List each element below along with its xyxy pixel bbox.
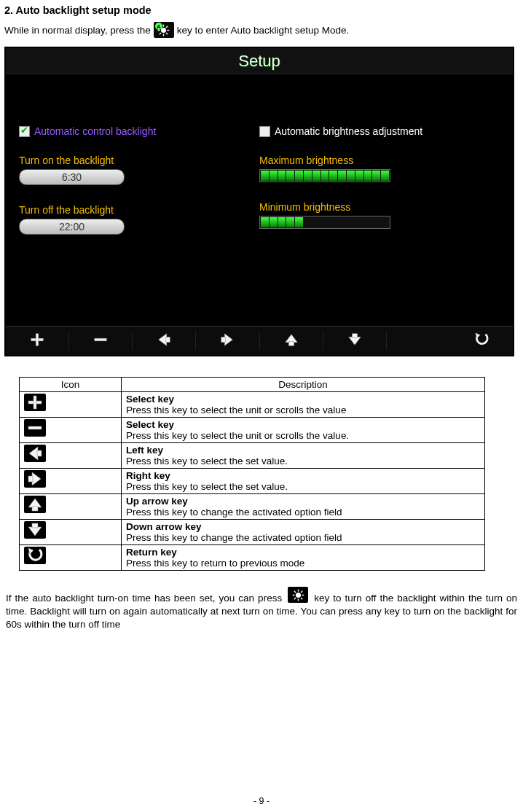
auto-brightness-adjustment-option[interactable]: Automatic brightness adjustment bbox=[259, 125, 500, 137]
intro-text-pre: While in normal display, press the bbox=[4, 25, 151, 36]
toolbar-return-button[interactable] bbox=[450, 332, 513, 350]
icon-cell bbox=[20, 469, 122, 494]
icon-description-table: Icon Description Select keyPress this ke… bbox=[19, 377, 485, 571]
description-cell: Return keyPress this key to return to pr… bbox=[122, 545, 485, 571]
key-description: Press this key to change the activated o… bbox=[126, 507, 480, 518]
key-description: Press this key to select the unit or scr… bbox=[126, 405, 480, 415]
icon-cell bbox=[20, 520, 122, 545]
table-row: Select keyPress this key to select the u… bbox=[20, 418, 485, 443]
left-icon bbox=[24, 445, 46, 462]
key-name: Left key bbox=[126, 445, 480, 456]
turn-off-backlight-label: Turn off the backlight bbox=[19, 204, 259, 216]
auto-control-backlight-option[interactable]: Automatic control backlight bbox=[19, 125, 259, 137]
icon-cell bbox=[20, 443, 122, 469]
down-icon bbox=[347, 332, 363, 350]
description-cell: Select keyPress this key to select the u… bbox=[122, 392, 485, 418]
minus-icon bbox=[24, 419, 46, 437]
right-icon bbox=[24, 470, 46, 488]
minimum-brightness-label: Minimum brightness bbox=[259, 201, 500, 213]
turn-off-backlight-field[interactable]: 22:00 bbox=[19, 219, 125, 235]
plus-icon bbox=[29, 332, 45, 350]
section-heading: 2. Auto backlight setup mode bbox=[4, 4, 519, 16]
key-name: Right key bbox=[126, 470, 480, 481]
toolbar-left-button[interactable] bbox=[133, 332, 196, 350]
maximum-brightness-bar[interactable] bbox=[259, 169, 390, 182]
minimum-brightness-bar[interactable] bbox=[259, 216, 390, 229]
description-cell: Right keyPress this key to select the se… bbox=[122, 469, 485, 494]
device-setup-screen: Setup Automatic control backlight Turn o… bbox=[4, 47, 514, 356]
key-description: Press this key to select the set value. bbox=[126, 456, 480, 466]
icon-cell bbox=[20, 545, 122, 571]
icon-cell bbox=[20, 418, 122, 443]
key-description: Press this key to select the unit or scr… bbox=[126, 430, 480, 441]
checkbox-unchecked-icon[interactable] bbox=[259, 126, 270, 137]
table-row: Down arrow keyPress this key to change t… bbox=[20, 520, 485, 545]
table-row: Right keyPress this key to select the se… bbox=[20, 469, 485, 494]
key-name: Down arrow key bbox=[126, 521, 480, 532]
down-icon bbox=[24, 521, 46, 539]
description-cell: Left keyPress this key to select the set… bbox=[122, 443, 485, 469]
auto-brightness-adjustment-label: Automatic brightness adjustment bbox=[275, 125, 422, 137]
intro-line: While in normal display, press the A key… bbox=[4, 22, 519, 38]
icon-cell bbox=[20, 392, 122, 418]
toolbar-up-button[interactable] bbox=[260, 332, 323, 350]
table-row: Select keyPress this key to select the u… bbox=[20, 392, 485, 418]
toolbar-down-button[interactable] bbox=[323, 332, 387, 350]
return-icon bbox=[473, 332, 489, 350]
intro-text-post: key to enter Auto backlight setup Mode. bbox=[177, 25, 349, 36]
turn-on-backlight-label: Turn on the backlight bbox=[19, 155, 259, 166]
key-description: Press this key to select the set value. bbox=[126, 481, 480, 492]
table-header-icon: Icon bbox=[20, 378, 122, 392]
auto-control-backlight-label: Automatic control backlight bbox=[34, 125, 156, 137]
device-toolbar bbox=[6, 326, 513, 355]
up-icon bbox=[24, 496, 46, 513]
setup-titlebar: Setup bbox=[6, 48, 513, 74]
key-name: Up arrow key bbox=[126, 496, 480, 507]
table-row: Up arrow keyPress this key to change the… bbox=[20, 494, 485, 520]
closing-paragraph: If the auto backlight turn-on time has b… bbox=[6, 587, 517, 631]
brightness-key-icon bbox=[288, 587, 308, 603]
plus-icon bbox=[24, 394, 46, 411]
toolbar-right-button[interactable] bbox=[196, 332, 259, 350]
description-cell: Up arrow keyPress this key to change the… bbox=[122, 494, 485, 520]
key-description: Press this key to return to previous mod… bbox=[126, 558, 480, 569]
toolbar-minus-button[interactable] bbox=[69, 332, 133, 350]
icon-cell bbox=[20, 494, 122, 520]
closing-text-pre: If the auto backlight turn-on time has b… bbox=[6, 593, 286, 604]
key-name: Select key bbox=[126, 419, 480, 430]
toolbar-plus-button[interactable] bbox=[6, 332, 69, 350]
turn-on-backlight-field[interactable]: 6:30 bbox=[19, 169, 125, 185]
left-icon bbox=[156, 332, 172, 350]
page-number: - 9 - bbox=[0, 796, 523, 806]
key-name: Select key bbox=[126, 394, 480, 405]
auto-backlight-key-icon: A bbox=[154, 22, 174, 38]
return-icon bbox=[24, 547, 46, 564]
description-cell: Select keyPress this key to select the u… bbox=[122, 418, 485, 443]
key-description: Press this key to change the activated o… bbox=[126, 532, 480, 543]
description-cell: Down arrow keyPress this key to change t… bbox=[122, 520, 485, 545]
table-header-description: Description bbox=[122, 378, 485, 392]
key-name: Return key bbox=[126, 547, 480, 558]
up-icon bbox=[283, 332, 299, 350]
maximum-brightness-label: Maximum brightness bbox=[259, 155, 500, 166]
setup-title: Setup bbox=[238, 52, 280, 71]
checkbox-checked-icon[interactable] bbox=[19, 126, 30, 137]
table-row: Return keyPress this key to return to pr… bbox=[20, 545, 485, 571]
table-row: Left keyPress this key to select the set… bbox=[20, 443, 485, 469]
minus-icon bbox=[93, 332, 109, 350]
right-icon bbox=[219, 332, 235, 350]
